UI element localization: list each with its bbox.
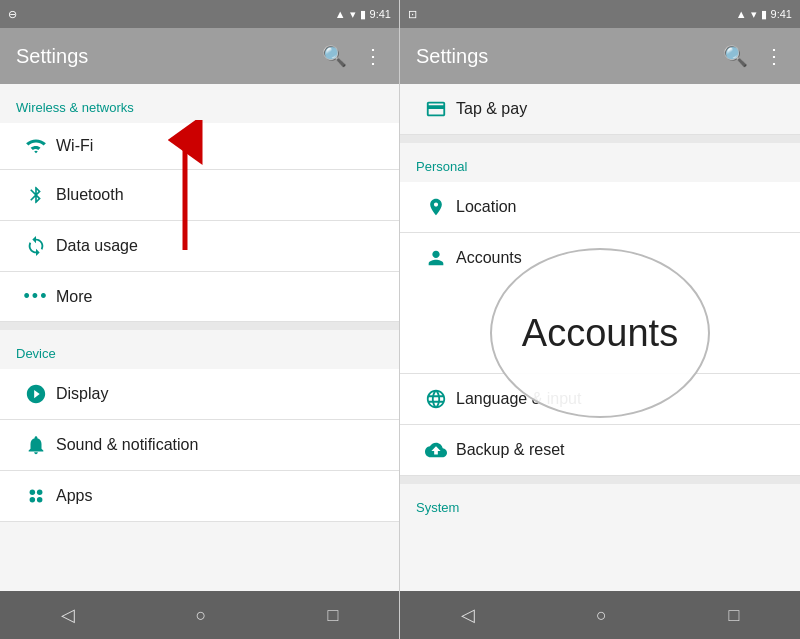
display-item[interactable]: Display [0, 369, 399, 420]
wifi-label: Wi-Fi [56, 137, 93, 155]
app-bar-icons-right: 🔍 ⋮ [723, 44, 784, 68]
status-left: ⊖ [8, 8, 17, 21]
display-icon [16, 383, 56, 405]
sound-icon [16, 434, 56, 456]
app-bar-left: Settings 🔍 ⋮ [0, 28, 399, 84]
apps-label: Apps [56, 487, 92, 505]
section-header-wireless: Wireless & networks [0, 84, 399, 123]
recent-button-right[interactable]: □ [704, 597, 763, 634]
section-header-system: System [400, 484, 800, 523]
battery-icon: ▮ [360, 8, 366, 21]
apps-icon [16, 485, 56, 507]
more-dots-icon: ••• [16, 286, 56, 307]
location-label: Location [456, 198, 517, 216]
location-icon [416, 196, 456, 218]
app-title-left: Settings [16, 45, 88, 68]
section-divider-right-2 [400, 476, 800, 484]
status-right: ▲ ▾ ▮ 9:41 [335, 8, 391, 21]
svg-point-1 [37, 490, 42, 496]
search-icon-right[interactable]: 🔍 [723, 44, 748, 68]
accounts-icon [416, 247, 456, 269]
settings-content-left: Wireless & networks Wi-Fi Bluetooth [0, 84, 399, 591]
tap-pay-item[interactable]: Tap & pay [400, 84, 800, 135]
tap-pay-icon [416, 98, 456, 120]
accounts-item[interactable]: Accounts [400, 233, 800, 283]
tap-pay-label: Tap & pay [456, 100, 527, 118]
accounts-label: Accounts [456, 249, 522, 267]
app-title-right: Settings [416, 45, 488, 68]
display-label: Display [56, 385, 108, 403]
data-usage-icon [16, 235, 56, 257]
status-bar-right: ⊡ ▲ ▾ ▮ 9:41 [400, 0, 800, 28]
backup-item[interactable]: Backup & reset [400, 425, 800, 476]
section-divider-1 [0, 322, 399, 330]
sound-item[interactable]: Sound & notification [0, 420, 399, 471]
more-icon-right[interactable]: ⋮ [764, 44, 784, 68]
left-panel: ⊖ ▲ ▾ ▮ 9:41 Settings 🔍 ⋮ Wireless & net… [0, 0, 400, 639]
more-icon-left[interactable]: ⋮ [363, 44, 383, 68]
more-label: More [56, 288, 92, 306]
backup-icon [416, 439, 456, 461]
settings-content-right: Tap & pay Personal Location Accounts [400, 84, 800, 591]
wifi-icon-right: ▾ [751, 8, 757, 21]
accounts-circle-spacer [400, 283, 800, 373]
home-button-right[interactable]: ○ [572, 597, 631, 634]
status-right-left: ⊡ [408, 8, 417, 21]
language-icon [416, 388, 456, 410]
section-divider-right-1 [400, 135, 800, 143]
back-button-left[interactable]: ◁ [37, 596, 99, 634]
accounts-item-container[interactable]: Accounts Accounts [400, 233, 800, 374]
wifi-item[interactable]: Wi-Fi [0, 123, 399, 170]
signal-icon: ▲ [335, 8, 346, 20]
svg-point-0 [30, 490, 35, 496]
wifi-icon [16, 137, 56, 155]
signal-icon-right: ▲ [736, 8, 747, 20]
time-left: 9:41 [370, 8, 391, 20]
time-right: 9:41 [771, 8, 792, 20]
nav-bar-right: ◁ ○ □ [400, 591, 800, 639]
back-button-right[interactable]: ◁ [437, 596, 499, 634]
status-right-right: ▲ ▾ ▮ 9:41 [736, 8, 792, 21]
recent-button-left[interactable]: □ [304, 597, 363, 634]
notification-icon-right: ⊡ [408, 8, 417, 21]
status-bar-left: ⊖ ▲ ▾ ▮ 9:41 [0, 0, 399, 28]
nav-bar-left: ◁ ○ □ [0, 591, 399, 639]
home-button-left[interactable]: ○ [172, 597, 231, 634]
bluetooth-icon [16, 184, 56, 206]
apps-item[interactable]: Apps [0, 471, 399, 522]
search-icon-left[interactable]: 🔍 [322, 44, 347, 68]
language-label: Language & input [456, 390, 581, 408]
bluetooth-item[interactable]: Bluetooth [0, 170, 399, 221]
svg-point-2 [30, 497, 35, 503]
sound-label: Sound & notification [56, 436, 198, 454]
more-item[interactable]: ••• More [0, 272, 399, 322]
wifi-status-icon: ▾ [350, 8, 356, 21]
battery-icon-right: ▮ [761, 8, 767, 21]
bluetooth-label: Bluetooth [56, 186, 124, 204]
right-panel: ⊡ ▲ ▾ ▮ 9:41 Settings 🔍 ⋮ Tap & pay [400, 0, 800, 639]
svg-point-3 [37, 497, 42, 503]
backup-label: Backup & reset [456, 441, 565, 459]
app-bar-icons-left: 🔍 ⋮ [322, 44, 383, 68]
section-header-device: Device [0, 330, 399, 369]
data-usage-label: Data usage [56, 237, 138, 255]
data-usage-item[interactable]: Data usage [0, 221, 399, 272]
app-bar-right: Settings 🔍 ⋮ [400, 28, 800, 84]
section-header-personal: Personal [400, 143, 800, 182]
language-item[interactable]: Language & input [400, 374, 800, 425]
location-item[interactable]: Location [400, 182, 800, 233]
minus-icon: ⊖ [8, 8, 17, 21]
